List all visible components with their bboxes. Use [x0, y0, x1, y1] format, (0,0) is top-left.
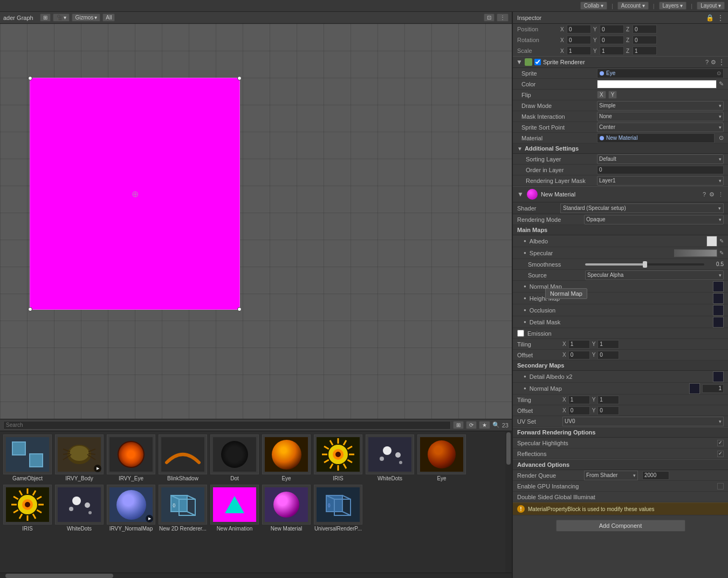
star-button[interactable]: ★: [479, 421, 490, 429]
project-scrollbar[interactable]: [505, 431, 512, 573]
position-y[interactable]: [600, 25, 624, 33]
asset-item-universalrender[interactable]: {} UniversalRenderP...: [314, 485, 362, 532]
color-swatch[interactable]: [597, 80, 717, 89]
sprite-sort-point-dropdown[interactable]: Center ▾: [597, 123, 724, 132]
offset-y[interactable]: [597, 351, 619, 359]
settings-icon[interactable]: ⚙: [711, 59, 716, 66]
material-collapse-arrow[interactable]: ▼: [517, 191, 524, 198]
specular-edit-btn[interactable]: ✎: [719, 250, 724, 256]
maximize-button[interactable]: ⊡: [484, 13, 495, 22]
asset-item-whitedots2[interactable]: WhiteDots: [55, 485, 104, 532]
source-dropdown[interactable]: Specular Alpha ▾: [585, 270, 724, 280]
tiling-y[interactable]: [597, 340, 619, 349]
height-map-thumb[interactable]: [713, 293, 724, 304]
rotation-z[interactable]: [633, 36, 657, 44]
search-input[interactable]: [3, 421, 451, 430]
normal-map-thumb[interactable]: [713, 281, 724, 292]
scroll-thumb[interactable]: [506, 432, 511, 465]
sec-tiling-x[interactable]: [568, 396, 590, 404]
asset-item-newanimation[interactable]: New Animation: [210, 485, 259, 532]
material-select-btn[interactable]: ⊙: [719, 134, 724, 141]
handle-bottom-right[interactable]: [237, 307, 242, 311]
asset-item-irvy_body[interactable]: ▶IRVY_Body: [55, 434, 104, 481]
specular-highlights-checkbox[interactable]: [717, 440, 724, 446]
albedo-edit-btn[interactable]: ✎: [719, 238, 724, 244]
scene-more-button[interactable]: ⋮: [497, 13, 509, 22]
material-more-icon[interactable]: ⋮: [718, 191, 724, 198]
handle-bottom-left[interactable]: [28, 307, 32, 311]
layers-button[interactable]: Layers ▾: [659, 2, 687, 10]
asset-item-eye[interactable]: Eye: [262, 434, 311, 481]
occlusion-thumb[interactable]: [713, 305, 724, 316]
smoothness-thumb[interactable]: [643, 261, 647, 268]
all-button[interactable]: All: [102, 13, 115, 22]
material-help-icon[interactable]: ?: [703, 191, 706, 198]
sec-tiling-y[interactable]: [597, 396, 619, 404]
position-z[interactable]: [633, 25, 657, 33]
rotation-y[interactable]: [600, 36, 624, 44]
additional-settings-header[interactable]: ▼ Additional Settings: [513, 144, 728, 154]
bottom-scrollbar[interactable]: [0, 573, 512, 578]
tiling-x[interactable]: [568, 340, 590, 349]
detail-mask-thumb[interactable]: [713, 317, 724, 328]
help-icon[interactable]: ?: [705, 59, 709, 65]
asset-item-whitedots[interactable]: WhiteDots: [366, 434, 414, 481]
material-ref[interactable]: New Material: [597, 133, 715, 143]
flip-x-button[interactable]: X: [597, 91, 606, 99]
add-component-button[interactable]: Add Component: [556, 520, 685, 532]
draw-mode-dropdown[interactable]: Simple ▾: [597, 101, 724, 111]
reflections-checkbox[interactable]: [717, 451, 724, 457]
scale-y[interactable]: [600, 46, 624, 55]
emission-checkbox[interactable]: [517, 330, 524, 337]
smoothness-track[interactable]: [585, 263, 704, 266]
sec-offset-y[interactable]: [597, 406, 619, 415]
sprite-ref[interactable]: Eye ⊙: [597, 69, 724, 78]
rendering-layer-mask-dropdown[interactable]: Layer1 ▾: [597, 176, 724, 186]
asset-item-irvy_normalmap[interactable]: ▶IRVY_NormalMap: [107, 485, 155, 532]
mask-interaction-dropdown[interactable]: None ▾: [597, 112, 724, 121]
render-queue-dropdown[interactable]: From Shader ▾: [584, 471, 638, 480]
color-edit-icon[interactable]: ✎: [719, 80, 724, 87]
asset-item-iris2[interactable]: IRIS: [3, 485, 52, 532]
albedo-thumb[interactable]: [706, 236, 717, 247]
render-queue-input[interactable]: [642, 471, 669, 480]
flip-y-button[interactable]: Y: [608, 91, 617, 99]
sec-normal-map-value[interactable]: [702, 384, 724, 393]
sprite-select-btn[interactable]: ⊙: [717, 70, 721, 76]
handle-top-left[interactable]: [28, 76, 32, 80]
rendering-mode-dropdown[interactable]: Opaque ▾: [584, 215, 724, 225]
sprite-renderer-checkbox[interactable]: [534, 59, 541, 65]
position-x[interactable]: [567, 25, 591, 33]
tools-button[interactable]: ⊞: [40, 13, 51, 22]
scale-x[interactable]: [567, 46, 591, 55]
collab-button[interactable]: Collab ▾: [580, 2, 607, 10]
rotation-x[interactable]: [567, 36, 591, 44]
specular-strip[interactable]: [674, 249, 717, 257]
material-settings-icon[interactable]: ⚙: [709, 191, 715, 198]
sec-normal-map-thumb[interactable]: [689, 383, 700, 394]
lock-icon[interactable]: 🔒: [706, 14, 714, 22]
order-in-layer-input[interactable]: [597, 166, 724, 174]
camera-button[interactable]: 🎥 ▾: [53, 13, 70, 22]
create-button[interactable]: ⊞: [453, 421, 464, 429]
scene-object[interactable]: ⊕: [30, 78, 240, 310]
asset-item-dot[interactable]: Dot: [210, 434, 259, 481]
collapse-arrow[interactable]: ▼: [516, 58, 523, 66]
handle-top-right[interactable]: [237, 76, 242, 80]
scale-z[interactable]: [633, 46, 657, 55]
asset-item-blinkshadow[interactable]: BlinkShadow: [159, 434, 207, 481]
inspector-more-icon[interactable]: ⋮: [717, 14, 724, 22]
gizmos-button[interactable]: Gizmos ▾: [72, 13, 100, 22]
detail-albedo-thumb[interactable]: [713, 371, 724, 382]
bottom-scroll-thumb[interactable]: [5, 574, 113, 578]
sec-offset-x[interactable]: [568, 406, 590, 415]
asset-item-new2d[interactable]: {} New 2D Renderer...: [159, 485, 207, 532]
sync-button[interactable]: ⟳: [466, 421, 477, 429]
play-badge-irvy_body[interactable]: ▶: [94, 465, 101, 472]
layout-button[interactable]: Layout ▾: [697, 2, 725, 10]
play-badge-irvy_normalmap[interactable]: ▶: [146, 515, 153, 522]
asset-item-irvy_eye[interactable]: IRVY_Eye: [107, 434, 155, 481]
asset-item-eye2[interactable]: Eye: [417, 434, 466, 481]
asset-item-gameobject[interactable]: GameObject: [3, 434, 52, 481]
offset-x[interactable]: [568, 351, 590, 359]
